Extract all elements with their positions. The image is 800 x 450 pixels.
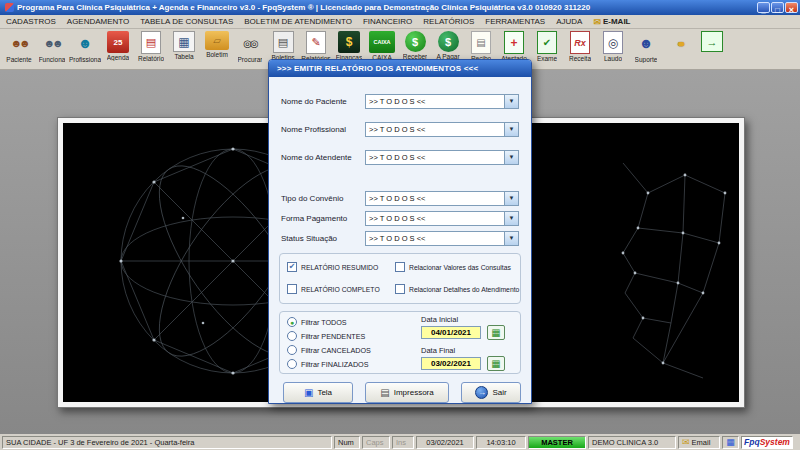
impressora-button[interactable]: Impressora: [365, 382, 449, 403]
menu-ferramentas[interactable]: FERRAMENTAS: [485, 17, 545, 26]
maximize-button[interactable]: [771, 2, 784, 13]
toolbar-profissional[interactable]: Profissiona: [69, 31, 101, 63]
toolbar-sair-app[interactable]: [696, 31, 728, 53]
label-data-final: Data Final: [421, 346, 455, 355]
label-nome-profissional: Nome Profissional: [281, 125, 365, 134]
finance-icon: [338, 31, 360, 53]
combo-status-situacao[interactable]: >> T O D O S <<: [365, 231, 519, 246]
menu-agendamento[interactable]: AGENDAMENTO: [67, 17, 130, 26]
combo-forma-pagamento[interactable]: >> T O D O S <<: [365, 211, 519, 226]
prescription-icon: [570, 31, 590, 54]
toolbar-a-pagar[interactable]: A Pagar: [432, 31, 464, 60]
menu-email-label: E-MAIL: [603, 17, 631, 26]
toolbar-laudo[interactable]: Laudo: [597, 31, 629, 62]
menu-ajuda[interactable]: AJUDA: [556, 17, 582, 26]
label-nome-do-paciente: Nome do Paciente: [281, 97, 365, 106]
status-app-shortcut[interactable]: [722, 436, 739, 449]
toolbar-funcionario[interactable]: Funciona: [36, 31, 68, 63]
combo-nome-do-paciente[interactable]: >> T O D O S <<: [365, 94, 519, 109]
minimize-icon: [761, 0, 765, 17]
application-window: Programa Para Clínica Psiquiátrica + Age…: [0, 0, 800, 450]
email-icon: [593, 17, 601, 27]
toolbar-relatorio[interactable]: Relatório: [135, 31, 167, 62]
chevron-down-icon[interactable]: [504, 212, 518, 225]
calendar-button-final[interactable]: [487, 356, 505, 371]
close-button[interactable]: [785, 2, 798, 13]
maximize-icon: [775, 0, 780, 17]
chevron-down-icon[interactable]: [504, 192, 518, 205]
menu-boletim-de-atendimento[interactable]: BOLETIM DE ATENDIMENTO: [244, 17, 352, 26]
menu-financeiro[interactable]: FINANCEIRO: [363, 17, 412, 26]
combo-value: >> T O D O S <<: [366, 192, 504, 205]
toolbar-suporte[interactable]: Suporte: [630, 31, 662, 63]
toolbar-relatorios[interactable]: Relatórios: [300, 31, 332, 62]
status-location: SUA CIDADE - UF 3 de Fevereiro de 2021 -…: [2, 436, 332, 449]
radio-filtrar-finalizados[interactable]: Filtrar FINALIZADOS: [287, 359, 369, 369]
radio-icon: [287, 331, 297, 341]
sair-button-label: Sair: [492, 388, 506, 397]
sair-button[interactable]: Sair: [461, 382, 521, 403]
exit-arrow-icon: [475, 386, 488, 399]
toolbar-receber[interactable]: Receber: [399, 31, 431, 60]
calendar-button-inicial[interactable]: [487, 325, 505, 340]
combo-value: >> T O D O S <<: [366, 151, 504, 164]
grid-icon: [726, 437, 735, 447]
menu-cadastros[interactable]: CADASTROS: [6, 17, 56, 26]
combo-tipo-do-convenio[interactable]: >> T O D O S <<: [365, 191, 519, 206]
printer-icon: [380, 387, 389, 398]
tela-button[interactable]: Tela: [283, 382, 353, 403]
radio-filtrar-pendentes[interactable]: Filtrar PENDENTES: [287, 331, 365, 341]
staff-icon: [39, 31, 65, 55]
label-nome-do-atendente: Nome do Atendente: [281, 153, 365, 162]
checkbox-relacionar-valores[interactable]: Relacionar Valores das Consultas: [395, 262, 511, 272]
folder-icon: [205, 31, 229, 50]
combo-nome-profissional[interactable]: >> T O D O S <<: [365, 122, 519, 137]
toolbar-receita[interactable]: Receita: [564, 31, 596, 62]
checkbox-icon: ✔: [287, 262, 297, 272]
toolbar-tabela[interactable]: Tabela: [168, 31, 200, 60]
dialog-title-bar[interactable]: >>> EMITIR RELATÓRIO DOS ATENDIMENTOS <<…: [269, 60, 531, 77]
monitor-icon: [304, 387, 313, 398]
toolbar-recibo[interactable]: Recibo: [465, 31, 497, 62]
combo-nome-do-atendente[interactable]: >> T O D O S <<: [365, 150, 519, 165]
menu-relatorios[interactable]: RELATÓRIOS: [423, 17, 474, 26]
toolbar-atestado[interactable]: Atestado: [498, 31, 530, 62]
combo-value: >> T O D O S <<: [366, 95, 504, 108]
checkbox-relacionar-detalhes[interactable]: Relacionar Detalhes do Atendimento: [395, 284, 519, 294]
checkbox-relatorio-resumido[interactable]: ✔ RELATÓRIO RESUMIDO: [287, 262, 378, 272]
toolbar-boletim[interactable]: Boletim: [201, 31, 233, 58]
toolbar-caixa[interactable]: CAIXA: [366, 31, 398, 61]
menu-tabela-de-consultas[interactable]: TABELA DE CONSULTAS: [140, 17, 233, 26]
toolbar-agenda[interactable]: Agenda: [102, 31, 134, 61]
checkbox-relatorio-completo[interactable]: RELATÓRIO COMPLETO: [287, 284, 380, 294]
patients-icon: [6, 31, 32, 55]
status-email[interactable]: Email: [678, 436, 720, 449]
data-inicial-input[interactable]: [421, 326, 481, 339]
menu-email[interactable]: E-MAIL: [593, 17, 630, 27]
label-data-inicial: Data Inicial: [421, 315, 458, 324]
doctor-icon: [72, 31, 98, 55]
tela-button-label: Tela: [317, 388, 332, 397]
emitir-relatorio-dialog: >>> EMITIR RELATÓRIO DOS ATENDIMENTOS <<…: [268, 59, 532, 404]
radio-filtrar-todos[interactable]: ● Filtrar TODOS: [287, 317, 347, 327]
status-time: 14:03:10: [476, 436, 526, 449]
toolbar-boletins[interactable]: Boletins: [267, 31, 299, 61]
chevron-down-icon[interactable]: [504, 232, 518, 245]
chevron-down-icon[interactable]: [504, 123, 518, 136]
window-title: Programa Para Clínica Psiquiátrica + Age…: [17, 3, 757, 12]
toolbar-exame[interactable]: Exame: [531, 31, 563, 62]
dialog-title: >>> EMITIR RELATÓRIO DOS ATENDIMENTOS <<…: [277, 64, 478, 73]
chevron-down-icon[interactable]: [504, 151, 518, 164]
toolbar-financas[interactable]: Finanças: [333, 31, 365, 61]
toolbar-paciente[interactable]: Paciente: [3, 31, 35, 63]
minimize-button[interactable]: [757, 2, 770, 13]
close-icon: [789, 0, 794, 17]
table-icon: [173, 31, 195, 52]
impressora-button-label: Impressora: [394, 388, 434, 397]
data-final-input[interactable]: [421, 357, 481, 370]
toolbar-procurar[interactable]: Procurar: [234, 31, 266, 63]
app-icon: [5, 3, 14, 12]
toolbar-moedas[interactable]: [663, 31, 695, 56]
chevron-down-icon[interactable]: [504, 95, 518, 108]
radio-filtrar-cancelados[interactable]: Filtrar CANCELADOS: [287, 345, 371, 355]
